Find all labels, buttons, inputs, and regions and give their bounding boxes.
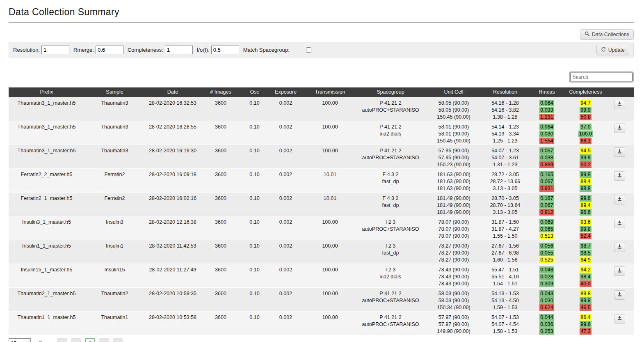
exposure-cell-line: 0.002 [269,314,302,321]
completeness-cell-value: 68.1 [580,138,591,144]
prefix-cell-line: Insulin15_1_master.h5 [9,266,84,273]
rmeas-cell: 0.1670.0670.912 [527,192,566,216]
download-icon [617,196,622,203]
rmeas-cell-value: 0.067 [539,202,554,209]
download-icon [617,172,622,179]
table-row[interactable]: Insulin1_1_master.h5Insulin128-02-2020 1… [9,240,634,264]
unitcell-cell-line: 181.49 (90.00) [425,202,482,209]
rmeas-cell-value: 0.525 [539,257,554,263]
unitcell-cell-line: 57.95 (90.00) [425,147,482,154]
page-title: Data Collection Summary [9,7,634,18]
download-button[interactable] [614,314,625,324]
actions-cell [605,192,634,216]
dc-table-body: Thaumatin3_1_master.h5Thaumatin328-02-20… [9,97,634,335]
exposure-cell: 0.002 [268,216,303,240]
resolution-cell-line: 54.13 - 4.50 [484,297,526,304]
rmeas-cell-value: 0.253 [539,328,554,335]
resolution-cell: 28.70 - 3.0528.70 - 13.643.13 - 3.05 [483,192,527,216]
download-button[interactable] [614,219,625,228]
table-row[interactable]: Ferratin2_1_master.h5Ferratin228-02-2020… [9,192,634,216]
sample-cell: Thaumatin3 [84,121,145,145]
download-button[interactable] [614,124,625,133]
osc-cell-line: 0.10 [242,290,267,297]
table-row[interactable]: Thaumatin3_1_master.h5Thaumatin328-02-20… [9,121,634,145]
exposure-cell: 0.002 [268,311,303,335]
table-row[interactable]: Thaumatin3_1_master.h5Thaumatin328-02-20… [9,145,634,168]
prefix-cell-line: Thaumatin3_1_master.h5 [9,147,84,154]
resolution-input[interactable] [41,46,69,54]
unitcell-cell-line: 58.05 (90.00) [425,107,482,114]
last-page-button[interactable]: » [113,338,123,342]
resolution-cell-line: 54.07 - 1.53 [484,314,526,321]
search-icon [585,31,590,38]
update-button[interactable]: Update [596,45,629,55]
completeness-cell-value: 93.6 [580,219,591,225]
transmission-cell: 10.01 [303,192,357,216]
spacegroup-cell-line: xia2 dials [358,131,423,138]
column-header-sample: Sample [84,87,145,97]
search-input[interactable] [570,73,633,81]
download-button[interactable] [614,290,625,300]
spacegroup-cell-line: autoPROC+STARANISO [358,154,423,161]
images-cell: 3600 [201,311,241,335]
resolution-cell-line: 27.67 - 1.56 [484,243,526,250]
first-page-button[interactable]: « [57,338,67,342]
transmission-cell: 10.01 [303,168,357,192]
spacegroup-cell-line: autoPROC+STARANISO [358,297,423,304]
data-collections-button[interactable]: Data Collections [580,29,634,40]
completeness-cell-value: 98.4 [580,273,591,280]
resolution-cell: 54.16 - 1.2854.16 - 3.821.38 - 1.28 [483,97,527,121]
resolution-cell-line: 31.87 - 4.27 [484,226,526,233]
resolution-cell-line: 1.31 - 1.23 [484,161,526,168]
table-row[interactable]: Thaumatin2_1_master.h5Thaumatin228-02-20… [9,287,634,311]
prefix-cell-line: Thaumatin1_1_master.h5 [9,314,84,321]
resolution-cell-line: 1.60 - 1.56 [484,257,526,264]
download-button[interactable] [614,171,625,181]
date-cell: 28-02-2020 10:59:35 [145,287,201,311]
completeness-cell-value: 99.8 [580,226,591,232]
table-row[interactable]: Ferratin2_2_master.h5Ferratin228-02-2020… [9,168,634,192]
completeness-cell: 86.499.647.3 [566,311,605,335]
exposure-cell: 0.002 [268,168,303,192]
completeness-cell: 94.799.950.8 [566,97,605,121]
resolution-cell-line: 1.25 - 1.23 [484,138,526,145]
isigi-input[interactable] [211,46,239,54]
download-button[interactable] [614,243,625,252]
table-row[interactable]: Thaumatin3_1_master.h5Thaumatin328-02-20… [9,97,634,121]
download-button[interactable] [614,266,625,276]
resolution-cell-line: 1.54 - 1.51 [484,280,526,287]
prev-page-button[interactable]: ‹ [71,338,81,342]
completeness-cell-value: 98.7 [580,243,591,249]
resolution-cell-line: 28.72 - 13.66 [484,178,526,185]
transmission-cell: 100.00 [303,216,357,240]
table-row[interactable]: Insulin15_1_master.h5Insulin1528-02-2020… [9,264,634,287]
completeness-cell-value: 94.7 [580,100,591,106]
match-spacegroup-checkbox[interactable] [306,47,311,53]
rmeas-cell-value: 0.038 [539,154,554,161]
download-button[interactable] [614,100,625,109]
rmerge-input[interactable] [96,46,123,54]
table-row[interactable]: Insulin3_1_master.h5Insulin328-02-2020 1… [9,216,634,240]
rmeas-cell-value: 0.069 [539,219,554,225]
resolution-cell-line: 55.47 - 1.51 [484,266,526,273]
completeness-cell-value: 99.9 [580,297,591,304]
match-spacegroup-label: Match Spacegroup: [243,47,290,53]
exposure-cell-line: 0.002 [269,195,302,202]
rmeas-cell: 0.0440.0360.253 [527,311,566,335]
date-cell-line: 28-02-2020 16:09:18 [146,171,200,178]
current-page-button[interactable]: 1 [85,338,95,342]
per-page-select[interactable]: 15 [9,338,31,342]
date-cell: 28-02-2020 16:02:16 [145,192,201,216]
download-button[interactable] [614,147,625,157]
table-row[interactable]: Thaumatin1_1_master.h5Thaumatin128-02-20… [9,311,634,335]
rmeas-cell-value: 0.030 [539,297,554,304]
resolution-cell-line: 28.70 - 3.05 [484,195,526,202]
resolution-cell-line: 1.38 - 1.28 [484,114,526,121]
completeness-input[interactable] [165,46,193,54]
sample-cell: Ferratin2 [84,168,145,192]
next-page-button[interactable]: › [99,338,109,342]
download-button[interactable] [614,195,625,204]
completeness-cell-value: 98.8 [580,185,591,192]
images-cell-line: 3600 [201,243,240,250]
completeness-cell: 94.599.950.2 [566,145,605,168]
